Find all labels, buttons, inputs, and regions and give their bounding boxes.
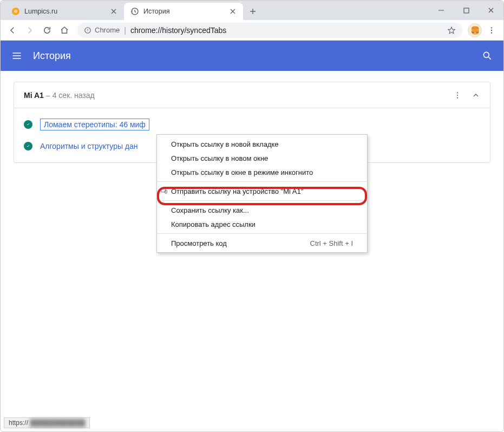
url-separator: | [124,26,126,35]
svg-point-8 [483,52,489,57]
device-time-separator: – [46,91,50,100]
close-tab-icon[interactable] [229,8,237,15]
minimize-button[interactable] [429,1,454,20]
svg-point-7 [491,32,492,33]
svg-point-5 [491,27,492,28]
reload-button[interactable] [40,23,55,38]
ctx-item-label: Открыть ссылку в новой вкладке [171,140,279,148]
forward-button[interactable] [22,23,37,38]
history-favicon-icon [130,7,139,16]
close-window-button[interactable] [479,1,503,20]
ctx-item-label: Открыть ссылку в новом окне [171,154,268,162]
ctx-item-label: Открыть ссылку в окне в режиме инкогнито [171,168,313,176]
status-prefix: https:// [9,419,28,427]
browser-tab-1[interactable]: История [124,3,243,20]
device-icon [160,187,168,195]
entry-title: Алгоритмы и структуры дан [40,142,138,150]
device-card-header: Mi A1 – 4 сек. назад [14,82,490,108]
site-favicon [11,7,20,16]
history-entry[interactable]: Ломаем стереотипы: 46 миф [14,114,490,135]
back-button[interactable] [5,23,20,38]
device-name-label: Mi A1 [24,91,44,100]
page-favicon [24,120,32,129]
url-text: chrome://history/syncedTabs [130,26,226,35]
ctx-item-label: Сохранить ссылку как... [171,206,249,214]
page-favicon [24,142,32,150]
svg-point-9 [457,92,458,93]
ctx-separator [157,200,367,201]
profile-avatar[interactable]: 🍔 [468,23,482,37]
site-info-icon[interactable]: Chrome [84,26,120,34]
search-icon[interactable] [482,50,493,61]
svg-point-6 [491,29,492,30]
ctx-open-new-window[interactable]: Открыть ссылку в новом окне [157,151,367,165]
status-blurred: ████████████ [28,419,85,427]
device-more-icon[interactable] [453,91,462,100]
url-scheme-label: Chrome [95,26,120,34]
page-title: История [33,50,71,62]
svg-point-1 [14,10,17,13]
browser-toolbar: Chrome | chrome://history/syncedTabs 🍔 [1,20,503,41]
bookmark-star-icon[interactable] [447,26,456,35]
window-titlebar: Lumpics.ru История [1,1,503,20]
browser-tab-0[interactable]: Lumpics.ru [5,3,124,20]
home-button[interactable] [57,23,72,38]
ctx-item-shortcut: Ctrl + Shift + I [310,239,353,247]
close-tab-icon[interactable] [110,8,117,15]
svg-point-10 [457,94,458,95]
ctx-inspect[interactable]: Просмотреть код Ctrl + Shift + I [157,236,367,250]
ctx-send-to-device[interactable]: Отправить ссылку на устройство "Mi A1" [157,184,367,198]
svg-point-11 [457,97,458,98]
browser-menu-button[interactable] [484,23,499,38]
tab-title: История [143,8,225,15]
menu-hamburger-icon[interactable] [11,50,22,61]
maximize-button[interactable] [454,1,479,20]
ctx-item-label: Копировать адрес ссылки [171,220,256,228]
ctx-save-link-as[interactable]: Сохранить ссылку как... [157,203,367,217]
history-app-header: История [1,41,503,71]
ctx-open-incognito[interactable]: Открыть ссылку в окне в режиме инкогнито [157,165,367,179]
new-tab-button[interactable] [245,4,260,19]
ctx-copy-link-address[interactable]: Копировать адрес ссылки [157,217,367,231]
device-time-label: 4 сек. назад [53,91,95,100]
svg-rect-3 [464,8,469,13]
address-bar[interactable]: Chrome | chrome://history/syncedTabs [77,23,462,38]
ctx-item-label: Отправить ссылку на устройство "Mi A1" [171,187,303,195]
window-controls [429,1,503,20]
link-status-bar: https:// ████████████ [4,417,90,428]
link-context-menu: Открыть ссылку в новой вкладке Открыть с… [156,134,368,253]
collapse-chevron-icon[interactable] [472,91,480,100]
ctx-item-label: Просмотреть код [171,239,227,247]
entry-title: Ломаем стереотипы: 46 миф [44,120,146,129]
ctx-separator [157,233,367,234]
ctx-separator [157,181,367,182]
svg-rect-15 [165,190,167,193]
tab-title: Lumpics.ru [24,8,106,15]
ctx-open-new-tab[interactable]: Открыть ссылку в новой вкладке [157,137,367,151]
